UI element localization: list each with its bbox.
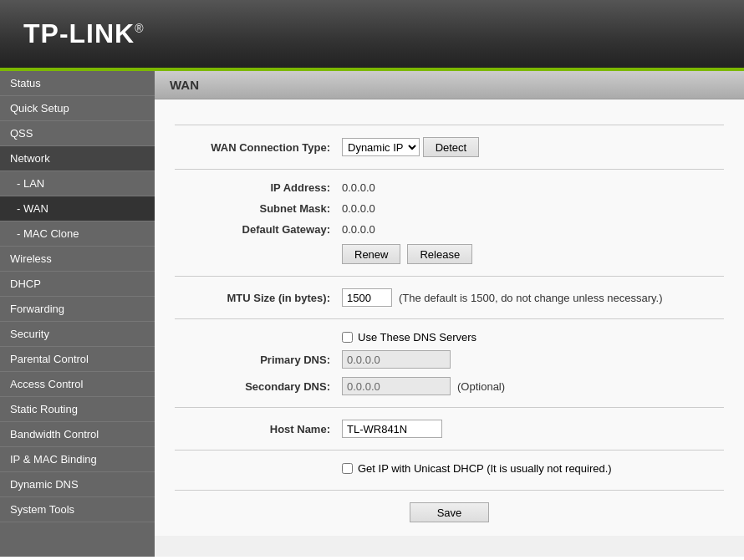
- logo-text: TP-LINK: [23, 18, 135, 48]
- sidebar-item-access-control[interactable]: Access Control: [0, 372, 155, 397]
- save-button[interactable]: Save: [410, 502, 490, 522]
- dns-checkbox-label: Use These DNS Servers: [358, 331, 476, 344]
- host-name-input[interactable]: [342, 420, 442, 438]
- divider-2: [175, 276, 724, 277]
- wan-connection-type-row: WAN Connection Type: Dynamic IP Static I…: [175, 137, 724, 157]
- default-gateway-label: Default Gateway:: [175, 223, 342, 236]
- renew-button[interactable]: Renew: [342, 244, 400, 264]
- release-button[interactable]: Release: [407, 244, 472, 264]
- unicast-checkbox[interactable]: [342, 463, 353, 474]
- detect-button[interactable]: Detect: [423, 137, 480, 157]
- default-gateway-row: Default Gateway: 0.0.0.0: [175, 223, 724, 236]
- sidebar-item-qss[interactable]: QSS: [0, 121, 155, 146]
- sidebar-item-parental-control[interactable]: Parental Control: [0, 347, 155, 372]
- logo-trademark: ®: [135, 22, 144, 35]
- host-name-label: Host Name:: [175, 423, 342, 435]
- primary-dns-label: Primary DNS:: [175, 354, 342, 366]
- primary-dns-input[interactable]: [342, 350, 451, 369]
- sidebar-item-wan[interactable]: - WAN: [0, 196, 155, 221]
- subnet-mask-row: Subnet Mask: 0.0.0.0: [175, 202, 724, 215]
- sidebar-item-forwarding[interactable]: Forwarding: [0, 297, 155, 322]
- sidebar-item-bandwidth-control[interactable]: Bandwidth Control: [0, 422, 155, 447]
- wan-connection-type-label: WAN Connection Type:: [175, 141, 342, 154]
- main-content: WAN WAN Connection Type: Dynamic IP Stat…: [155, 71, 744, 557]
- unicast-checkbox-label: Get IP with Unicast DHCP (It is usually …: [358, 462, 612, 475]
- unicast-checkbox-row: Get IP with Unicast DHCP (It is usually …: [342, 462, 724, 475]
- sidebar-item-security[interactable]: Security: [0, 322, 155, 347]
- primary-dns-row: Primary DNS:: [175, 350, 724, 369]
- page-title: WAN: [155, 71, 744, 99]
- secondary-dns-row: Secondary DNS: (Optional): [175, 377, 724, 395]
- ip-address-value: 0.0.0.0: [342, 181, 375, 194]
- subnet-mask-value: 0.0.0.0: [342, 202, 375, 215]
- sidebar-item-dhcp[interactable]: DHCP: [0, 272, 155, 297]
- divider-1: [175, 169, 724, 170]
- logo: TP-LINK®: [23, 18, 145, 49]
- host-name-row: Host Name:: [175, 420, 724, 438]
- sidebar-item-dynamic-dns[interactable]: Dynamic DNS: [0, 472, 155, 497]
- sidebar-item-mac-clone[interactable]: - MAC Clone: [0, 221, 155, 247]
- dns-checkbox[interactable]: [342, 332, 353, 343]
- secondary-dns-input[interactable]: [342, 377, 451, 395]
- mtu-input[interactable]: [342, 288, 392, 307]
- sidebar-item-quick-setup[interactable]: Quick Setup: [0, 96, 155, 121]
- divider-5: [175, 450, 724, 451]
- secondary-dns-label: Secondary DNS:: [175, 380, 342, 393]
- divider-top: [175, 125, 724, 125]
- subnet-mask-label: Subnet Mask:: [175, 202, 342, 215]
- ip-address-row: IP Address: 0.0.0.0: [175, 181, 724, 194]
- default-gateway-value: 0.0.0.0: [342, 223, 375, 236]
- sidebar-item-wireless[interactable]: Wireless: [0, 247, 155, 272]
- layout: Status Quick Setup QSS Network - LAN - W…: [0, 71, 744, 557]
- renew-release-row: Renew Release: [342, 244, 724, 264]
- mtu-hint: (The default is 1500, do not change unle…: [399, 292, 663, 304]
- divider-4: [175, 407, 724, 408]
- wan-connection-type-select[interactable]: Dynamic IP Static IP PPPoE L2TP PPTP: [342, 138, 420, 156]
- save-row: Save: [175, 490, 724, 522]
- secondary-dns-optional: (Optional): [457, 380, 505, 393]
- divider-3: [175, 318, 724, 319]
- sidebar: Status Quick Setup QSS Network - LAN - W…: [0, 71, 155, 557]
- ip-address-label: IP Address:: [175, 181, 342, 194]
- dns-checkbox-row: Use These DNS Servers: [342, 331, 724, 344]
- mtu-row: MTU Size (in bytes): (The default is 150…: [175, 288, 724, 307]
- sidebar-item-system-tools[interactable]: System Tools: [0, 497, 155, 522]
- mtu-label: MTU Size (in bytes):: [175, 292, 342, 304]
- content-area: WAN Connection Type: Dynamic IP Static I…: [155, 99, 744, 536]
- header: TP-LINK®: [0, 0, 744, 71]
- sidebar-item-network[interactable]: Network: [0, 146, 155, 171]
- sidebar-item-lan[interactable]: - LAN: [0, 171, 155, 196]
- sidebar-item-ip-mac-binding[interactable]: IP & MAC Binding: [0, 447, 155, 472]
- sidebar-item-status[interactable]: Status: [0, 71, 155, 96]
- sidebar-item-static-routing[interactable]: Static Routing: [0, 397, 155, 422]
